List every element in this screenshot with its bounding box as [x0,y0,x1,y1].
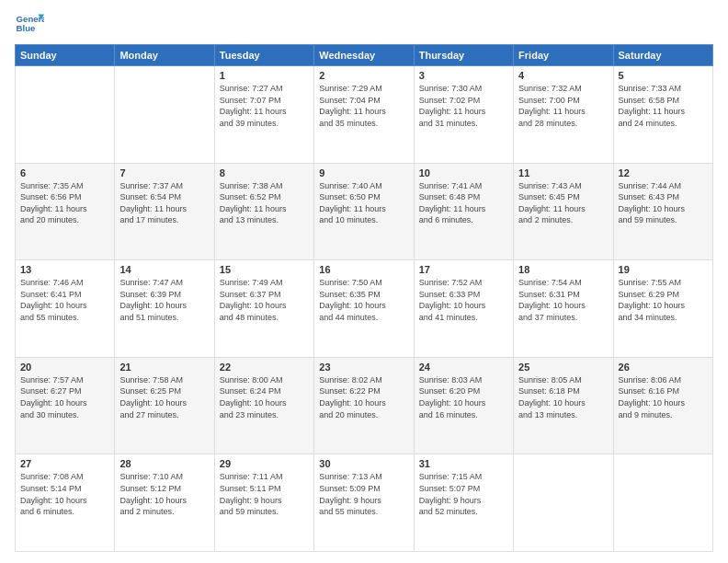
day-number: 23 [319,362,408,373]
day-info: Sunrise: 7:15 AM Sunset: 5:07 PM Dayligh… [419,471,508,517]
calendar-cell: 29Sunrise: 7:11 AM Sunset: 5:11 PM Dayli… [214,454,313,552]
calendar-cell: 14Sunrise: 7:47 AM Sunset: 6:39 PM Dayli… [115,260,214,358]
day-number: 27 [20,458,109,469]
calendar-table: Sunday Monday Tuesday Wednesday Thursday… [15,44,713,552]
day-number: 16 [319,264,408,275]
day-number: 9 [319,167,408,178]
calendar-cell: 23Sunrise: 8:02 AM Sunset: 6:22 PM Dayli… [314,357,414,454]
page: General Blue Sunday Monday Tuesday Wedne… [0,0,728,563]
day-info: Sunrise: 8:00 AM Sunset: 6:24 PM Dayligh… [220,374,309,420]
col-monday: Monday [115,45,214,66]
calendar-cell: 5Sunrise: 7:33 AM Sunset: 6:58 PM Daylig… [613,66,712,164]
day-info: Sunrise: 7:37 AM Sunset: 6:54 PM Dayligh… [119,180,209,226]
calendar-cell: 1Sunrise: 7:27 AM Sunset: 7:07 PM Daylig… [214,66,313,164]
logo: General Blue [15,11,44,37]
day-info: Sunrise: 7:44 AM Sunset: 6:43 PM Dayligh… [619,180,708,226]
day-info: Sunrise: 7:54 AM Sunset: 6:31 PM Dayligh… [518,277,608,323]
calendar-cell [514,454,613,552]
day-number: 24 [419,362,508,373]
calendar-cell: 19Sunrise: 7:55 AM Sunset: 6:29 PM Dayli… [613,260,712,358]
day-number: 11 [518,167,608,178]
calendar-cell: 30Sunrise: 7:13 AM Sunset: 5:09 PM Dayli… [314,454,414,552]
day-info: Sunrise: 7:58 AM Sunset: 6:25 PM Dayligh… [119,374,209,420]
calendar-week-row: 27Sunrise: 7:08 AM Sunset: 5:14 PM Dayli… [16,454,713,552]
day-info: Sunrise: 8:02 AM Sunset: 6:22 PM Dayligh… [319,374,408,420]
calendar-cell: 12Sunrise: 7:44 AM Sunset: 6:43 PM Dayli… [613,163,712,260]
calendar-cell: 21Sunrise: 7:58 AM Sunset: 6:25 PM Dayli… [115,357,214,454]
day-info: Sunrise: 8:03 AM Sunset: 6:20 PM Dayligh… [419,374,508,420]
calendar-cell: 7Sunrise: 7:37 AM Sunset: 6:54 PM Daylig… [115,163,214,260]
calendar-header-row: Sunday Monday Tuesday Wednesday Thursday… [16,45,713,66]
day-info: Sunrise: 7:50 AM Sunset: 6:35 PM Dayligh… [319,277,408,323]
day-number: 1 [220,70,309,81]
day-info: Sunrise: 7:41 AM Sunset: 6:48 PM Dayligh… [419,180,508,226]
calendar-cell: 3Sunrise: 7:30 AM Sunset: 7:02 PM Daylig… [414,66,513,164]
day-info: Sunrise: 7:11 AM Sunset: 5:11 PM Dayligh… [220,471,309,517]
calendar-cell: 24Sunrise: 8:03 AM Sunset: 6:20 PM Dayli… [414,357,513,454]
day-info: Sunrise: 7:30 AM Sunset: 7:02 PM Dayligh… [419,83,508,129]
day-number: 26 [619,362,708,373]
calendar-cell: 8Sunrise: 7:38 AM Sunset: 6:52 PM Daylig… [214,163,313,260]
day-info: Sunrise: 7:35 AM Sunset: 6:56 PM Dayligh… [20,180,109,226]
day-number: 6 [20,167,109,178]
day-number: 12 [619,167,708,178]
day-number: 19 [619,264,708,275]
day-number: 7 [119,167,209,178]
day-info: Sunrise: 8:06 AM Sunset: 6:16 PM Dayligh… [619,374,708,420]
day-info: Sunrise: 7:46 AM Sunset: 6:41 PM Dayligh… [20,277,109,323]
day-number: 30 [319,458,408,469]
calendar-cell: 18Sunrise: 7:54 AM Sunset: 6:31 PM Dayli… [514,260,613,358]
day-number: 25 [518,362,608,373]
calendar-cell: 2Sunrise: 7:29 AM Sunset: 7:04 PM Daylig… [314,66,414,164]
header: General Blue [15,11,713,37]
calendar-cell [16,66,115,164]
calendar-cell [115,66,214,164]
calendar-cell: 6Sunrise: 7:35 AM Sunset: 6:56 PM Daylig… [16,163,115,260]
day-number: 18 [518,264,608,275]
col-sunday: Sunday [16,45,115,66]
day-number: 31 [419,458,508,469]
calendar-cell: 25Sunrise: 8:05 AM Sunset: 6:18 PM Dayli… [514,357,613,454]
day-info: Sunrise: 7:32 AM Sunset: 7:00 PM Dayligh… [518,83,608,129]
day-number: 28 [119,458,209,469]
logo-icon: General Blue [15,11,44,37]
day-number: 15 [220,264,309,275]
day-number: 5 [619,70,708,81]
day-number: 20 [20,362,109,373]
calendar-cell: 13Sunrise: 7:46 AM Sunset: 6:41 PM Dayli… [16,260,115,358]
calendar-cell: 31Sunrise: 7:15 AM Sunset: 5:07 PM Dayli… [414,454,513,552]
calendar-cell: 16Sunrise: 7:50 AM Sunset: 6:35 PM Dayli… [314,260,414,358]
calendar-cell: 17Sunrise: 7:52 AM Sunset: 6:33 PM Dayli… [414,260,513,358]
day-info: Sunrise: 7:08 AM Sunset: 5:14 PM Dayligh… [20,471,109,517]
calendar-cell: 9Sunrise: 7:40 AM Sunset: 6:50 PM Daylig… [314,163,414,260]
calendar-week-row: 13Sunrise: 7:46 AM Sunset: 6:41 PM Dayli… [16,260,713,358]
day-info: Sunrise: 7:43 AM Sunset: 6:45 PM Dayligh… [518,180,608,226]
day-info: Sunrise: 7:49 AM Sunset: 6:37 PM Dayligh… [220,277,309,323]
calendar-week-row: 1Sunrise: 7:27 AM Sunset: 7:07 PM Daylig… [16,66,713,164]
day-info: Sunrise: 7:55 AM Sunset: 6:29 PM Dayligh… [619,277,708,323]
svg-text:Blue: Blue [17,23,36,33]
calendar-cell: 27Sunrise: 7:08 AM Sunset: 5:14 PM Dayli… [16,454,115,552]
calendar-cell: 26Sunrise: 8:06 AM Sunset: 6:16 PM Dayli… [613,357,712,454]
day-info: Sunrise: 7:27 AM Sunset: 7:07 PM Dayligh… [220,83,309,129]
day-info: Sunrise: 7:33 AM Sunset: 6:58 PM Dayligh… [619,83,708,129]
col-thursday: Thursday [414,45,513,66]
day-number: 21 [119,362,209,373]
day-number: 2 [319,70,408,81]
calendar-cell: 20Sunrise: 7:57 AM Sunset: 6:27 PM Dayli… [16,357,115,454]
day-info: Sunrise: 7:52 AM Sunset: 6:33 PM Dayligh… [419,277,508,323]
col-tuesday: Tuesday [214,45,313,66]
day-number: 3 [419,70,508,81]
col-saturday: Saturday [613,45,712,66]
day-number: 8 [220,167,309,178]
calendar-cell: 28Sunrise: 7:10 AM Sunset: 5:12 PM Dayli… [115,454,214,552]
day-info: Sunrise: 7:47 AM Sunset: 6:39 PM Dayligh… [119,277,209,323]
col-wednesday: Wednesday [314,45,414,66]
day-info: Sunrise: 7:40 AM Sunset: 6:50 PM Dayligh… [319,180,408,226]
calendar-cell: 22Sunrise: 8:00 AM Sunset: 6:24 PM Dayli… [214,357,313,454]
calendar-week-row: 6Sunrise: 7:35 AM Sunset: 6:56 PM Daylig… [16,163,713,260]
calendar-cell: 10Sunrise: 7:41 AM Sunset: 6:48 PM Dayli… [414,163,513,260]
calendar-cell: 4Sunrise: 7:32 AM Sunset: 7:00 PM Daylig… [514,66,613,164]
day-number: 13 [20,264,109,275]
day-info: Sunrise: 8:05 AM Sunset: 6:18 PM Dayligh… [518,374,608,420]
